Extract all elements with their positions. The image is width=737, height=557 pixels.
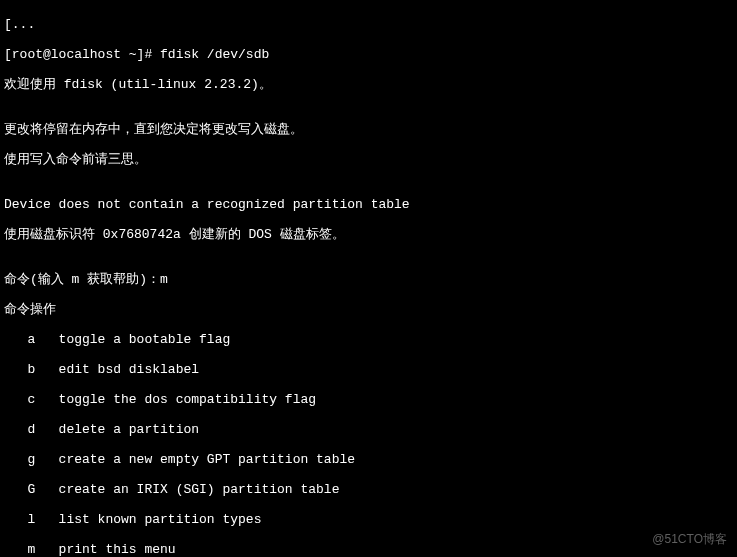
output-line: Device does not contain a recognized par… [4,197,733,212]
menu-item: l list known partition types [4,512,733,527]
menu-item: d delete a partition [4,422,733,437]
output-line: 使用写入命令前请三思。 [4,152,733,167]
menu-item: b edit bsd disklabel [4,362,733,377]
menu-item: c toggle the dos compatibility flag [4,392,733,407]
menu-item: g create a new empty GPT partition table [4,452,733,467]
output-line: [... [4,17,733,32]
menu-item: G create an IRIX (SGI) partition table [4,482,733,497]
output-line: 使用磁盘标识符 0x7680742a 创建新的 DOS 磁盘标签。 [4,227,733,242]
output-line: 欢迎使用 fdisk (util-linux 2.23.2)。 [4,77,733,92]
menu-item: m print this menu [4,542,733,557]
menu-item: a toggle a bootable flag [4,332,733,347]
prompt-line: 命令(输入 m 获取帮助)：m [4,272,733,287]
prompt-line: [root@localhost ~]# fdisk /dev/sdb [4,47,733,62]
terminal-output[interactable]: [... [root@localhost ~]# fdisk /dev/sdb … [0,0,737,557]
watermark: @51CTO博客 [652,532,727,547]
output-line: 命令操作 [4,302,733,317]
output-line: 更改将停留在内存中，直到您决定将更改写入磁盘。 [4,122,733,137]
